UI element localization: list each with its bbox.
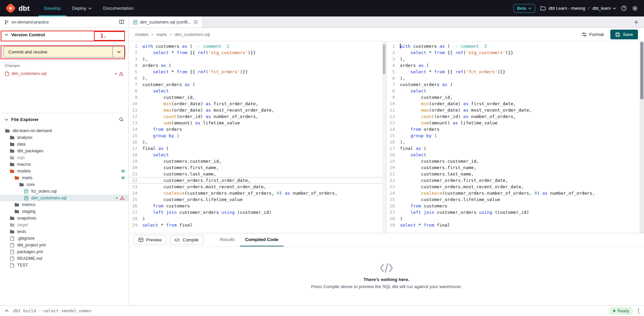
tree-item-README.md[interactable]: README.md bbox=[0, 255, 129, 262]
code-line[interactable]: 27 left join customer_orders using (cust… bbox=[129, 209, 382, 215]
commit-dropdown-toggle[interactable] bbox=[112, 47, 125, 57]
settings-button[interactable] bbox=[632, 5, 638, 11]
code-line[interactable]: 20 customers.first_name, bbox=[386, 164, 640, 171]
code-line[interactable]: 26 from customers bbox=[386, 203, 640, 209]
code-line[interactable]: 20 customers.first_name, bbox=[129, 164, 382, 171]
code-line[interactable]: 22 customer_orders.first_order_date, bbox=[129, 177, 382, 184]
code-line[interactable]: 25 customer_orders.lifetime_value bbox=[386, 196, 640, 203]
version-control-header[interactable]: Version Control bbox=[0, 28, 129, 41]
save-button[interactable]: Save bbox=[610, 30, 638, 39]
tree-item-target[interactable]: target bbox=[0, 222, 129, 228]
tree-item-fct_orders.sql[interactable]: fct_orders.sql bbox=[0, 188, 129, 195]
tree-item-staging[interactable]: staging bbox=[0, 208, 129, 215]
code-line[interactable]: 29select * from final bbox=[386, 222, 640, 228]
changed-file-row[interactable]: dim_customers.sql• bbox=[2, 70, 127, 77]
commit-and-resolve-button[interactable]: Commit and resolve bbox=[3, 46, 125, 57]
code-line[interactable]: 21 customers.last_name, bbox=[386, 171, 640, 177]
code-line[interactable]: 18 select bbox=[386, 152, 640, 158]
tree-item-dbt_project.yml[interactable]: dbt_project.yml bbox=[0, 242, 129, 248]
code-line[interactable]: 2 select * from {{ ref('stg_customers')}… bbox=[129, 49, 382, 56]
tree-item-macros[interactable]: macros bbox=[0, 161, 129, 168]
code-line[interactable]: 18 select bbox=[129, 152, 382, 158]
code-line[interactable]: 6), bbox=[386, 75, 640, 81]
code-line[interactable]: 26 from customers bbox=[129, 203, 382, 209]
code-line[interactable]: 21 customers.last_name, bbox=[129, 171, 382, 177]
editor-pane-left[interactable]: 1with customers as ( -- comment 22 selec… bbox=[129, 41, 382, 233]
code-line[interactable]: 1with customers as ( -- comment 2 bbox=[129, 43, 382, 49]
code-line[interactable]: 17final as ( bbox=[129, 145, 382, 152]
compile-button[interactable]: Compile bbox=[170, 235, 203, 245]
left-pane-scrollbar[interactable] bbox=[382, 41, 386, 233]
code-line[interactable]: 17final as ( bbox=[386, 145, 640, 152]
code-line[interactable]: 16), bbox=[386, 139, 640, 145]
code-line[interactable]: 8 select bbox=[386, 88, 640, 94]
code-line[interactable]: 11 max(order_date) as most_recent_order_… bbox=[386, 107, 640, 113]
code-line[interactable]: 19 customers.customer_id, bbox=[386, 158, 640, 164]
nav-item-documentation[interactable]: Documentation bbox=[97, 0, 139, 16]
code-line[interactable]: 24 coalesce(customer_orders.number_of_or… bbox=[386, 190, 640, 196]
tree-item-dbt_packages[interactable]: dbt_packages bbox=[0, 148, 129, 154]
tree-item-logs[interactable]: logs bbox=[0, 154, 129, 161]
code-line[interactable]: 23 customer_orders.most_recent_order_dat… bbox=[386, 184, 640, 190]
tree-item-analysis[interactable]: analysis bbox=[0, 134, 129, 141]
window-scrollbar[interactable] bbox=[640, 41, 644, 233]
command-input[interactable]: dbt build --select <model_name> bbox=[13, 308, 92, 313]
code-line[interactable]: 7customer_orders as ( bbox=[386, 81, 640, 88]
code-line[interactable]: 9 customer_id, bbox=[129, 94, 382, 101]
code-line[interactable]: 1with customers as ( -- comment 2 bbox=[386, 43, 640, 49]
format-button[interactable]: Format bbox=[582, 32, 604, 37]
code-line[interactable]: 14 from orders bbox=[129, 126, 382, 132]
tree-item-data[interactable]: data bbox=[0, 141, 129, 148]
tree-item-metrics[interactable]: metrics bbox=[0, 201, 129, 208]
tree-item-dim_customers.sql[interactable]: dim_customers.sql• bbox=[0, 195, 129, 201]
nav-item-develop[interactable]: Develop bbox=[38, 0, 67, 16]
branch-row[interactable]: on-demand-practice bbox=[0, 16, 129, 28]
docs-button[interactable] bbox=[119, 19, 124, 25]
code-line[interactable]: 27 left join customer_orders using (cust… bbox=[386, 209, 640, 215]
editor-tab[interactable]: dim_customers.sql (confli... bbox=[129, 16, 203, 28]
code-line[interactable]: 10 min(order_date) as first_order_date, bbox=[129, 101, 382, 107]
code-line[interactable]: 25 customer_orders.lifetime_value bbox=[129, 196, 382, 203]
code-line[interactable]: 19 customers.customer_id, bbox=[129, 158, 382, 164]
file-explorer-header[interactable]: File Explorer bbox=[0, 113, 129, 126]
dbt-logo[interactable]: dbt bbox=[7, 4, 30, 12]
results-tab-results[interactable]: Results bbox=[215, 233, 240, 246]
command-menu-button[interactable] bbox=[638, 308, 639, 314]
code-line[interactable]: 8 select bbox=[129, 88, 382, 94]
code-line[interactable]: 13 sum(amount) as lifetime_value bbox=[129, 120, 382, 126]
code-line[interactable]: 9 customer_id, bbox=[386, 94, 640, 101]
code-line[interactable]: 12 count(order_id) as number_of_orders, bbox=[129, 113, 382, 120]
code-line[interactable]: 24 coalesce(customer_orders.number_of_or… bbox=[129, 190, 382, 196]
tree-item-marts[interactable]: martsM bbox=[0, 174, 129, 181]
nav-item-deploy[interactable]: Deploy bbox=[66, 0, 97, 16]
tree-item-core[interactable]: core bbox=[0, 181, 129, 188]
help-button[interactable] bbox=[621, 5, 627, 11]
code-line[interactable]: 15 group by 1 bbox=[386, 132, 640, 139]
scrollbar-thumb[interactable] bbox=[383, 44, 385, 74]
code-line[interactable]: 5 select * from {{ ref('fct_orders')}} bbox=[129, 69, 382, 75]
tree-item-dbt-learn-on-demand[interactable]: dbt-learn-on-demand bbox=[0, 127, 129, 134]
code-line[interactable]: 11 max(order_date) as most_recent_order_… bbox=[129, 107, 382, 113]
scrollbar-thumb[interactable] bbox=[640, 42, 643, 99]
new-tab-button[interactable] bbox=[634, 16, 639, 28]
code-line[interactable]: 3), bbox=[129, 56, 382, 62]
code-line[interactable]: 4orders as ( bbox=[386, 62, 640, 69]
file-search-button[interactable] bbox=[119, 117, 124, 122]
preview-button[interactable]: Preview bbox=[134, 235, 166, 245]
tree-item-.gitignore[interactable]: .gitignore bbox=[0, 235, 129, 242]
results-tab-compiled-code[interactable]: Compiled Code bbox=[240, 233, 283, 246]
tree-item-tests[interactable]: tests bbox=[0, 228, 129, 235]
code-line[interactable]: 28) bbox=[386, 215, 640, 222]
code-line[interactable]: 5 select * from {{ ref('fct_orders')}} bbox=[386, 69, 640, 75]
project-selector[interactable]: dbt_learn bbox=[592, 6, 616, 11]
tree-item-models[interactable]: modelsM bbox=[0, 168, 129, 174]
account-name[interactable]: dbt Learn - mwong bbox=[549, 6, 585, 11]
code-line[interactable]: 15 group by 1 bbox=[129, 132, 382, 139]
code-line[interactable]: 16), bbox=[129, 139, 382, 145]
tree-item-snapshots[interactable]: snapshots bbox=[0, 215, 129, 222]
code-line[interactable]: 7customer_orders as ( bbox=[129, 81, 382, 88]
code-line[interactable]: 13 sum(amount) as lifetime_value bbox=[386, 120, 640, 126]
code-line[interactable]: 6), bbox=[129, 75, 382, 81]
code-line[interactable]: 22 customer_orders.first_order_date, bbox=[386, 177, 640, 184]
code-line[interactable]: 2 select * from {{ ref('stg_customers')}… bbox=[386, 49, 640, 56]
